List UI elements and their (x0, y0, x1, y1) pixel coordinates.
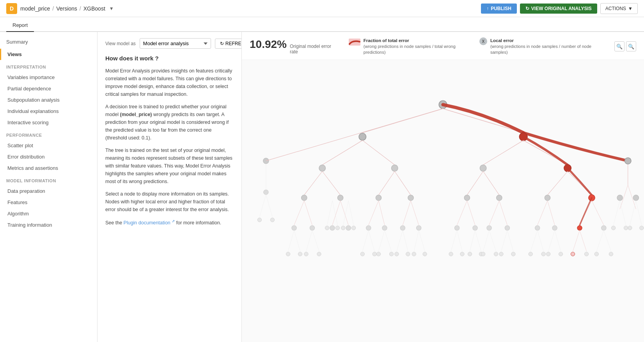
tree-leaf[interactable] (552, 226, 557, 230)
tree-leaf-l5[interactable] (389, 252, 393, 256)
sidebar-item-algorithm[interactable]: Algorithm (0, 208, 97, 219)
tree-leaf[interactable] (400, 226, 405, 230)
view-model-select[interactable]: Model error analysis Decision tree Raw f… (140, 38, 211, 49)
tree-leaf-l5[interactable] (499, 252, 503, 256)
tree-leaf[interactable] (325, 226, 329, 230)
view-original-button[interactable]: ↻ VIEW ORIGINAL ANALYSIS (520, 4, 597, 14)
tree-node-l2-ll[interactable] (319, 165, 325, 171)
tree-node-l3[interactable] (302, 195, 307, 200)
tree-leaf[interactable] (382, 226, 387, 230)
tree-leaf[interactable] (366, 226, 371, 230)
tree-leaf[interactable] (601, 226, 606, 230)
tree-node-l3[interactable] (497, 195, 502, 200)
tree-leaf-error[interactable] (577, 226, 582, 230)
tree-node-extra[interactable] (263, 158, 269, 164)
breadcrumb-versions[interactable]: Versions (56, 5, 77, 12)
tree-leaf-l5[interactable] (559, 252, 562, 256)
tree-leaf[interactable] (611, 226, 615, 230)
tree-leaf-l5[interactable] (546, 252, 550, 256)
tree-leaf-l5[interactable] (298, 252, 302, 256)
refresh-view-button[interactable]: ↻ REFRESH VIEW (215, 39, 242, 49)
tab-report[interactable]: Report (6, 19, 34, 32)
tree-leaf-l5[interactable] (529, 252, 532, 256)
tree-node-l3[interactable] (408, 195, 413, 200)
tree-leaf[interactable] (487, 226, 491, 230)
tree-leaf-l5[interactable] (481, 252, 485, 256)
tree-leaf-l5[interactable] (460, 252, 464, 256)
tree-node-l3[interactable] (545, 195, 550, 200)
tree-leaf[interactable] (505, 226, 509, 230)
publish-button[interactable]: ↑ PUBLISH (481, 4, 517, 14)
tree-leaf[interactable] (330, 226, 335, 230)
zoom-in-button[interactable]: 🔍 (614, 41, 624, 51)
sidebar-item-variables-importance[interactable]: Variables importance (0, 72, 97, 83)
tree-leaf[interactable] (473, 226, 477, 230)
tree-leaf-l5[interactable] (594, 252, 598, 256)
tree-leaf-l5[interactable] (541, 252, 545, 256)
sidebar-item-features[interactable]: Features (0, 197, 97, 208)
tree-leaf[interactable] (624, 226, 628, 230)
tree-node-l3[interactable] (464, 195, 470, 200)
tree-leaf[interactable] (310, 226, 314, 230)
tree-leaf-l5[interactable] (449, 252, 453, 256)
tree-leaf-l5[interactable] (584, 252, 588, 256)
tree-leaf[interactable] (535, 226, 540, 230)
tree-leaf[interactable] (416, 226, 421, 230)
plugin-doc-link[interactable]: Plugin documentation ⇗ (124, 220, 176, 226)
tree-node-fr-child[interactable] (617, 195, 623, 200)
tree-leaf[interactable] (257, 218, 261, 222)
sidebar-item-scatter-plot[interactable]: Scatter plot (0, 140, 97, 151)
tree-leaf[interactable] (335, 226, 339, 230)
sidebar-item-summary[interactable]: Summary (0, 35, 97, 49)
tree-leaf-l5[interactable] (360, 252, 364, 256)
tree-leaf-l5[interactable] (373, 252, 376, 256)
how-title: How does it work ? (105, 55, 234, 62)
sidebar-item-subpopulation-analysis[interactable]: Subpopulation analysis (0, 94, 97, 106)
tree-node-l2-rl[interactable] (480, 165, 486, 171)
tree-leaf-l5[interactable] (317, 252, 321, 256)
tree-leaf-l5-error[interactable] (571, 252, 575, 256)
tree-leaf-l5[interactable] (423, 252, 427, 256)
tree-node-extra-child[interactable] (264, 190, 268, 194)
tree-leaf[interactable] (351, 226, 355, 230)
sidebar-item-individual-explanations[interactable]: Individual explanations (0, 106, 97, 117)
breadcrumb-dropdown-btn[interactable]: ▼ (108, 5, 115, 12)
tree-node-l3[interactable] (337, 195, 343, 200)
sidebar-item-training-information[interactable]: Training information (0, 219, 97, 231)
breadcrumb-model[interactable]: model_price (20, 5, 50, 12)
tree-leaf[interactable] (270, 218, 274, 222)
tree-leaf[interactable] (346, 226, 351, 230)
actions-button[interactable]: ACTIONS ▼ (600, 3, 638, 14)
tree-leaf-l5[interactable] (412, 252, 416, 256)
zoom-out-button[interactable]: 🔍 (626, 41, 636, 51)
tree-leaf-l5[interactable] (406, 252, 410, 256)
tree-visualization[interactable] (242, 60, 644, 342)
tree-leaf-l5[interactable] (511, 252, 515, 256)
sidebar-item-metrics-and-assertions[interactable]: Metrics and assertions (0, 162, 97, 174)
tree-leaf-l5[interactable] (376, 252, 380, 256)
tree-leaf-l5[interactable] (304, 252, 308, 256)
tree-leaf-l5[interactable] (609, 252, 613, 256)
tree-node-l2-lr[interactable] (392, 165, 398, 171)
sidebar-item-interactive-scoring[interactable]: Interactive scoring (0, 117, 97, 128)
tree-leaf-l5[interactable] (494, 252, 498, 256)
breadcrumb-sep1: / (52, 5, 54, 12)
sidebar-section-interpretation: INTERPRETATION (0, 60, 97, 72)
tree-leaf[interactable] (341, 226, 345, 230)
sidebar-item-views[interactable]: Views (0, 49, 97, 60)
sidebar-item-partial-dependence[interactable]: Partial dependence (0, 83, 97, 94)
tree-leaf[interactable] (640, 226, 644, 230)
tree-node-l3[interactable] (376, 195, 381, 200)
tree-leaf-l5[interactable] (286, 252, 290, 256)
tree-leaf-l5[interactable] (395, 252, 399, 256)
tree-leaf-l5[interactable] (468, 252, 472, 256)
sidebar-item-data-preparation[interactable]: Data preparation (0, 185, 97, 197)
tree-leaf[interactable] (628, 226, 632, 230)
tree-node-l1-left[interactable] (359, 133, 366, 141)
sidebar-item-error-distribution[interactable]: Error distribution (0, 151, 97, 162)
tree-leaf[interactable] (454, 226, 459, 230)
tree-edge (322, 171, 340, 195)
tree-node-far-right[interactable] (625, 158, 631, 164)
tree-leaf[interactable] (292, 226, 296, 230)
tree-node-fr-child[interactable] (633, 195, 639, 200)
